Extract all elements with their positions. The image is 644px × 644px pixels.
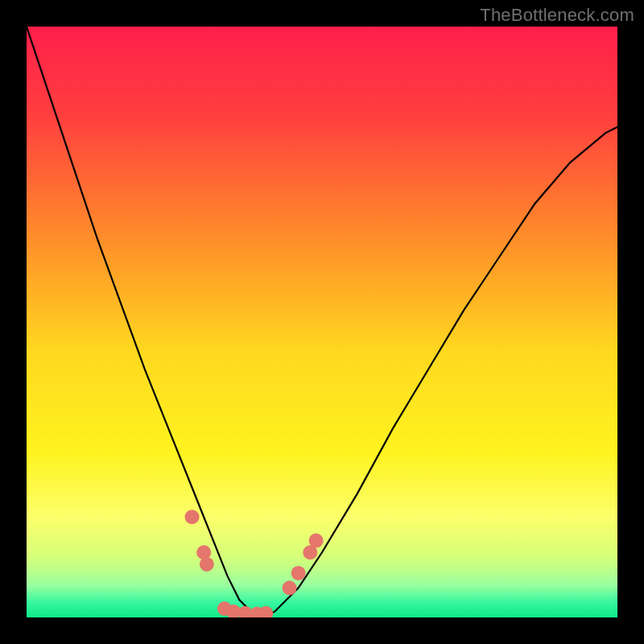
data-point bbox=[185, 510, 200, 524]
data-point bbox=[309, 534, 324, 548]
watermark-text: TheBottleneck.com bbox=[480, 5, 634, 26]
chart-plot bbox=[27, 27, 617, 617]
data-point bbox=[291, 566, 306, 580]
data-point bbox=[283, 580, 297, 595]
data-point bbox=[200, 557, 214, 572]
gradient-background bbox=[27, 27, 617, 617]
chart-frame: TheBottleneck.com bbox=[0, 0, 644, 644]
